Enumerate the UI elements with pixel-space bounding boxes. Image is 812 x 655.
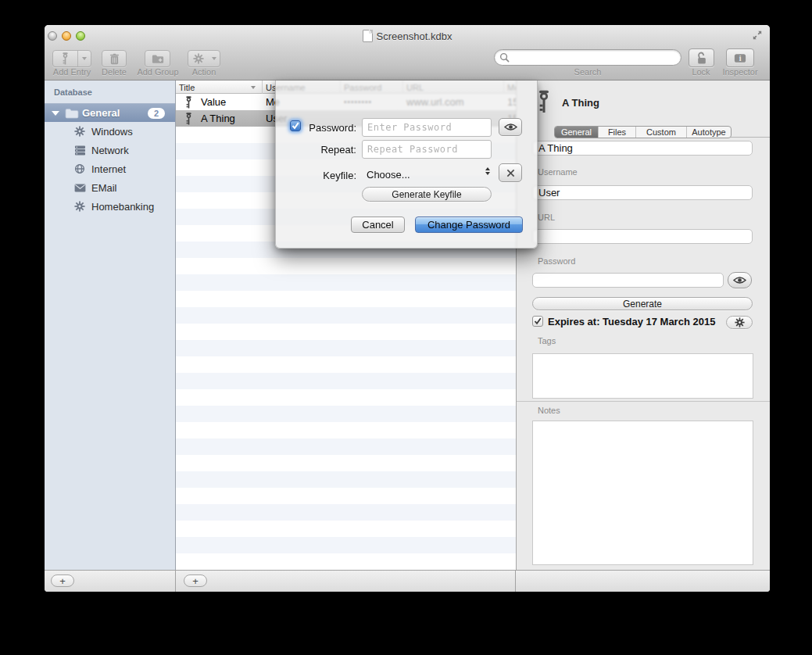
sort-indicator-icon [251, 86, 256, 89]
delete-button[interactable] [102, 50, 127, 67]
generate-button[interactable]: Generate [532, 297, 753, 310]
folder-plus-icon [152, 54, 164, 64]
plus-icon: + [192, 575, 199, 587]
sidebar-header: Database [54, 88, 92, 97]
password-label: Password [538, 256, 575, 266]
cell-title: Value [201, 94, 226, 110]
server-icon [74, 145, 86, 156]
sidebar-item-label: Windows [91, 126, 133, 138]
notes-textarea[interactable] [532, 421, 753, 565]
envelope-icon [74, 184, 86, 192]
add-entry-bottom-button[interactable]: + [184, 574, 207, 587]
expires-checkbox[interactable] [532, 316, 543, 327]
add-entry-button[interactable] [52, 50, 91, 67]
repeat-input[interactable] [362, 140, 492, 159]
generate-keyfile-button[interactable]: Generate Keyfile [362, 187, 492, 202]
search-icon [499, 52, 510, 63]
change-password-dialog: Password: Repeat: Keyfile: Choose... Gen… [275, 81, 538, 249]
inspector-button[interactable]: i [726, 48, 754, 67]
column-header-title[interactable]: Title [176, 81, 263, 94]
item-count-badge: 2 [148, 108, 165, 119]
url-field[interactable] [532, 229, 753, 244]
trash-icon [109, 53, 120, 65]
tags-label: Tags [538, 336, 556, 345]
bottom-bar: + + [45, 570, 770, 592]
inspector-panel: A Thing General Files Custom Autotype Us… [516, 81, 770, 570]
svg-text:i: i [739, 54, 742, 63]
entry-title: A Thing [562, 97, 599, 109]
sidebar: Database General 2 Windows Network Inter… [45, 81, 176, 570]
clear-keyfile-button[interactable] [499, 163, 522, 182]
titlebar: Screenshot.kdbx [45, 25, 770, 47]
cancel-button[interactable]: Cancel [351, 217, 405, 233]
gear-icon [193, 53, 204, 64]
plus-icon: + [59, 575, 66, 587]
title-field[interactable] [532, 141, 753, 156]
add-group-label: Add Group [133, 67, 183, 77]
stepper-icon[interactable] [485, 167, 490, 175]
tags-textarea[interactable] [532, 353, 753, 399]
add-entry-label: Add Entry [52, 67, 91, 77]
toolbar: Add Entry Delete Add Group Action [45, 47, 770, 81]
check-icon [533, 317, 542, 326]
sidebar-item-general[interactable]: General 2 [45, 103, 175, 122]
action-button[interactable] [188, 50, 220, 67]
eye-icon [733, 276, 746, 285]
key-icon [184, 96, 193, 109]
globe-icon [74, 163, 85, 174]
search-field[interactable] [494, 49, 681, 66]
expires-label: Expires at: Tuesday 17 March 2015 [548, 316, 715, 328]
action-label: Action [188, 67, 220, 77]
cell-title: A Thing [201, 110, 235, 127]
username-field[interactable] [532, 185, 753, 200]
document-icon [363, 30, 373, 42]
lock-button[interactable] [689, 48, 714, 67]
divider [730, 137, 770, 138]
sidebar-item-network[interactable]: Network [45, 141, 175, 159]
eye-icon [504, 123, 517, 131]
key-icon [536, 89, 552, 114]
sidebar-item-email[interactable]: EMail [45, 178, 175, 197]
disclosure-triangle-icon[interactable] [52, 111, 59, 116]
divider [517, 401, 770, 402]
lock-icon [696, 52, 708, 65]
sidebar-item-internet[interactable]: Internet [45, 159, 175, 178]
password-input[interactable] [362, 118, 492, 137]
reveal-password-button[interactable] [728, 272, 752, 288]
password-label: Password: [276, 122, 356, 134]
reveal-password-button[interactable] [499, 118, 522, 136]
search-input[interactable] [510, 52, 676, 63]
tab-general[interactable]: General [555, 127, 599, 138]
sidebar-item-label: EMail [91, 182, 117, 194]
tab-files[interactable]: Files [599, 127, 636, 138]
expires-settings-button[interactable] [726, 316, 753, 329]
password-field[interactable] [532, 273, 724, 288]
url-label: URL [538, 213, 555, 222]
inspector-tabs: General Files Custom Autotype [554, 126, 732, 138]
info-icon: i [734, 53, 746, 63]
fullscreen-icon[interactable] [752, 30, 763, 41]
keyfile-popup[interactable]: Choose... [367, 169, 410, 181]
add-group-button[interactable] [145, 50, 170, 67]
sidebar-item-homebanking[interactable]: Homebanking [45, 197, 175, 216]
folder-icon [65, 108, 79, 119]
close-icon [506, 169, 515, 177]
window-title: Screenshot.kdbx [377, 30, 453, 42]
change-password-button[interactable]: Change Password [415, 217, 523, 233]
notes-label: Notes [538, 406, 560, 415]
sidebar-item-label: General [82, 107, 120, 119]
tab-autotype[interactable]: Autotype [687, 127, 731, 138]
chevron-down-icon [212, 57, 216, 60]
chevron-down-icon [82, 57, 87, 60]
key-icon [61, 52, 70, 65]
key-icon [184, 113, 193, 125]
sidebar-item-windows[interactable]: Windows [45, 122, 175, 141]
window-chrome: Screenshot.kdbx Add Entry Delete [45, 25, 770, 81]
gear-icon [74, 126, 85, 137]
inspector-label: Inspector [709, 67, 770, 77]
add-group-bottom-button[interactable]: + [51, 574, 74, 587]
search-label: Search [494, 67, 681, 77]
tab-custom[interactable]: Custom [636, 127, 687, 138]
sidebar-item-label: Network [91, 145, 129, 156]
gear-icon [74, 201, 85, 212]
